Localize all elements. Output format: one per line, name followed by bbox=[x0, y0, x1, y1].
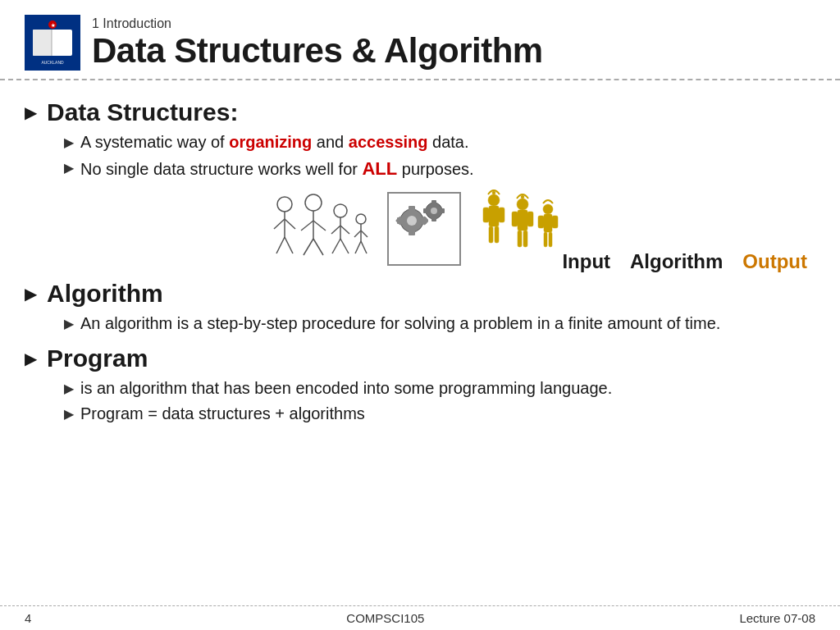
svg-rect-33 bbox=[409, 206, 415, 212]
svg-rect-43 bbox=[431, 200, 436, 205]
sub-arrow-prog-2: ▶ bbox=[64, 405, 74, 423]
svg-rect-59 bbox=[523, 231, 527, 247]
svg-rect-57 bbox=[527, 212, 533, 226]
bullet-arrow-prog: ▶ bbox=[25, 350, 37, 367]
images-section: Input Algorithm Output bbox=[25, 188, 815, 270]
svg-text:AUCKLAND: AUCKLAND bbox=[41, 60, 64, 65]
svg-point-61 bbox=[543, 204, 553, 214]
algo-bullet-1: ▶ An algorithm is a step-by-step procedu… bbox=[64, 313, 815, 335]
svg-rect-34 bbox=[409, 229, 415, 235]
sub-arrow-algo-1: ▶ bbox=[64, 315, 74, 333]
svg-point-54 bbox=[517, 199, 528, 210]
ds-bullet-2-text: No single data structure works well for … bbox=[80, 157, 474, 181]
svg-line-30 bbox=[361, 241, 367, 253]
data-structures-heading: ▶ Data Structures: bbox=[25, 98, 815, 126]
svg-rect-66 bbox=[549, 232, 552, 247]
svg-rect-49 bbox=[483, 208, 489, 222]
svg-point-25 bbox=[356, 214, 366, 224]
svg-rect-56 bbox=[512, 212, 518, 226]
organizing-text: organizing bbox=[229, 133, 312, 151]
gear-figure bbox=[387, 192, 461, 266]
svg-rect-50 bbox=[499, 208, 504, 222]
university-logo: ★ AUCKLAND bbox=[25, 15, 80, 71]
svg-rect-2 bbox=[33, 30, 52, 56]
sub-arrow-2: ▶ bbox=[64, 159, 74, 177]
program-title: Program bbox=[47, 345, 148, 372]
svg-line-11 bbox=[276, 237, 285, 253]
svg-line-23 bbox=[332, 239, 340, 253]
algo-bullet-1-text: An algorithm is a step-by-step procedure… bbox=[80, 313, 720, 335]
header-subtitle: 1 Introduction bbox=[92, 16, 543, 31]
svg-line-15 bbox=[301, 221, 313, 231]
io-labels: Input Algorithm Output bbox=[562, 250, 807, 273]
svg-line-28 bbox=[361, 231, 368, 237]
sub-arrow-prog-1: ▶ bbox=[64, 380, 74, 398]
svg-line-18 bbox=[313, 239, 323, 255]
prog-bullet-2: ▶ Program = data structures + algorithms bbox=[64, 403, 815, 425]
prog-bullet-1-text: is an algorithm that has been encoded in… bbox=[80, 377, 612, 399]
svg-line-16 bbox=[313, 221, 326, 231]
input-label: Input bbox=[562, 250, 610, 273]
people-figure bbox=[264, 188, 371, 270]
svg-rect-55 bbox=[518, 210, 527, 231]
svg-line-17 bbox=[304, 239, 313, 255]
svg-point-32 bbox=[407, 216, 417, 226]
svg-line-27 bbox=[354, 231, 361, 237]
bullet-arrow-ds: ▶ bbox=[25, 104, 37, 121]
footer-lecture: Lecture 07-08 bbox=[739, 611, 815, 625]
svg-point-47 bbox=[488, 194, 500, 206]
svg-line-24 bbox=[340, 239, 349, 253]
svg-point-19 bbox=[334, 204, 347, 217]
svg-point-60 bbox=[521, 195, 524, 199]
svg-point-42 bbox=[431, 208, 437, 214]
svg-line-10 bbox=[285, 219, 295, 229]
prog-bullet-1: ▶ is an algorithm that has been encoded … bbox=[64, 377, 815, 399]
output-label: Output bbox=[742, 250, 807, 273]
program-list: ▶ is an algorithm that has been encoded … bbox=[64, 377, 815, 425]
data-structures-title: Data Structures: bbox=[47, 98, 238, 126]
all-text: ALL bbox=[362, 158, 397, 179]
header: ★ AUCKLAND 1 Introduction Data Structure… bbox=[0, 0, 840, 80]
svg-line-22 bbox=[340, 226, 349, 234]
svg-rect-46 bbox=[423, 208, 428, 213]
accessing-text: accessing bbox=[349, 133, 428, 151]
footer-course: COMPSCI105 bbox=[346, 611, 424, 625]
svg-point-53 bbox=[492, 191, 495, 194]
slide: ★ AUCKLAND 1 Introduction Data Structure… bbox=[0, 0, 840, 630]
ds-bullet-2: ▶ No single data structure works well fo… bbox=[64, 157, 815, 181]
header-title: Data Structures & Algorithm bbox=[92, 32, 543, 70]
svg-rect-44 bbox=[431, 217, 436, 221]
svg-line-9 bbox=[274, 219, 285, 229]
svg-line-29 bbox=[355, 241, 361, 253]
warriors-figure bbox=[477, 188, 576, 270]
data-structures-list: ▶ A systematic way of organizing and acc… bbox=[64, 131, 815, 181]
ds-bullet-1: ▶ A systematic way of organizing and acc… bbox=[64, 131, 815, 153]
svg-rect-45 bbox=[440, 208, 445, 213]
svg-point-7 bbox=[277, 197, 292, 212]
algorithm-heading: ▶ Algorithm bbox=[25, 280, 815, 308]
svg-line-12 bbox=[285, 237, 293, 253]
prog-bullet-2-text: Program = data structures + algorithms bbox=[80, 403, 365, 425]
algorithm-list: ▶ An algorithm is a step-by-step procedu… bbox=[64, 313, 815, 335]
svg-rect-51 bbox=[489, 226, 493, 243]
ds-bullet-1-text: A systematic way of organizing and acces… bbox=[80, 131, 469, 153]
svg-rect-52 bbox=[495, 226, 499, 243]
header-text: 1 Introduction Data Structures & Algorit… bbox=[92, 16, 543, 69]
svg-line-21 bbox=[331, 226, 340, 234]
svg-rect-63 bbox=[538, 216, 544, 228]
svg-rect-58 bbox=[518, 231, 522, 247]
program-heading: ▶ Program bbox=[25, 345, 815, 372]
svg-rect-62 bbox=[544, 214, 552, 232]
svg-rect-65 bbox=[544, 232, 547, 247]
svg-point-13 bbox=[305, 194, 322, 211]
algorithm-label: Algorithm bbox=[630, 250, 723, 273]
content: ▶ Data Structures: ▶ A systematic way of… bbox=[0, 80, 840, 605]
svg-rect-48 bbox=[489, 206, 499, 226]
bullet-arrow-algo: ▶ bbox=[25, 285, 37, 302]
svg-rect-64 bbox=[552, 216, 558, 228]
algorithm-title: Algorithm bbox=[47, 280, 163, 308]
footer-page: 4 bbox=[25, 611, 31, 625]
footer: 4 COMPSCI105 Lecture 07-08 bbox=[0, 605, 840, 630]
sub-arrow-1: ▶ bbox=[64, 134, 74, 152]
